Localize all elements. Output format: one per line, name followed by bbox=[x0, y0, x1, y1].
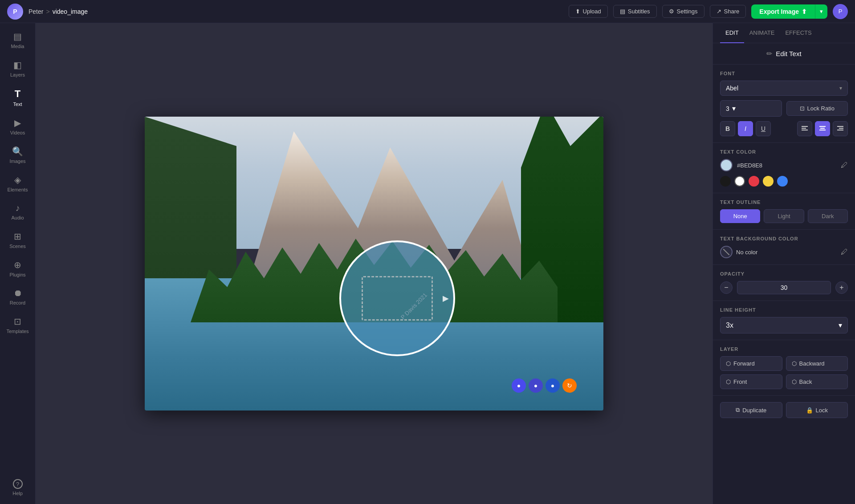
sidebar-item-label: Media bbox=[11, 44, 24, 49]
edit-text-header[interactable]: ✏ Edit Text bbox=[713, 43, 855, 65]
no-color-swatch[interactable] bbox=[720, 246, 733, 258]
eyedropper-button[interactable]: 🖊 bbox=[841, 161, 848, 169]
text-color-swatch[interactable] bbox=[720, 159, 733, 171]
sidebar-item-images[interactable]: 🔍 Images bbox=[2, 142, 33, 168]
outline-none-button[interactable]: None bbox=[720, 209, 760, 223]
preset-white[interactable] bbox=[734, 176, 745, 187]
canvas-background: ▶ P Davis 2021 ● ● ● ↻ bbox=[145, 117, 603, 411]
help-icon: ? bbox=[13, 479, 23, 489]
breadcrumb-project[interactable]: video_image bbox=[53, 8, 88, 15]
share-icon: ↗ bbox=[717, 8, 721, 15]
right-arrow-handle[interactable]: ▶ bbox=[443, 293, 449, 303]
layer-front-button[interactable]: ⬡ Front bbox=[720, 374, 782, 389]
top-navigation: P Peter > video_image ⬆ Upload ▤ Subtitl… bbox=[0, 0, 855, 23]
sidebar-item-layers[interactable]: ◧ Layers bbox=[2, 55, 33, 82]
opacity-label: OPACITY bbox=[720, 271, 848, 276]
circle-overlay[interactable]: ▶ P Davis 2021 bbox=[339, 240, 455, 356]
underline-button[interactable]: U bbox=[756, 121, 771, 136]
sidebar-item-scenes[interactable]: ⊞ Scenes bbox=[2, 227, 33, 253]
user-avatar[interactable]: P bbox=[833, 4, 848, 19]
float-button-3[interactable]: ● bbox=[546, 378, 560, 393]
opacity-increase-button[interactable]: + bbox=[835, 281, 848, 294]
text-bg-section: TEXT BACKGROUND COLOR No color 🖊 bbox=[713, 230, 855, 265]
panel-tabs: EDIT ANIMATE EFFECTS bbox=[713, 23, 855, 43]
lock-ratio-button[interactable]: ⊡ Lock Ratio bbox=[786, 101, 848, 116]
sidebar-item-templates[interactable]: ⊡ Templates bbox=[2, 312, 33, 338]
text-color-label: TEXT COLOR bbox=[720, 149, 848, 154]
backward-icon: ⬡ bbox=[792, 360, 797, 367]
opacity-value-display[interactable]: 30 bbox=[737, 281, 831, 294]
text-bg-label: TEXT BACKGROUND COLOR bbox=[720, 236, 848, 241]
sidebar-item-label: Help bbox=[12, 491, 23, 496]
float-button-4[interactable]: ↻ bbox=[562, 378, 577, 393]
front-icon: ⬡ bbox=[726, 378, 731, 385]
font-selector[interactable]: Abel bbox=[720, 81, 848, 96]
font-size-selector[interactable]: 3 bbox=[720, 100, 782, 117]
line-height-selector[interactable]: 3x bbox=[720, 317, 848, 333]
upload-button[interactable]: ⬆ Upload bbox=[569, 5, 608, 18]
align-right-button[interactable] bbox=[833, 121, 848, 136]
svg-rect-6 bbox=[819, 130, 826, 130]
subtitles-button[interactable]: ▤ Subtitles bbox=[613, 5, 657, 18]
italic-button[interactable]: I bbox=[738, 121, 753, 136]
align-left-button[interactable] bbox=[797, 121, 812, 136]
layer-forward-button[interactable]: ⬡ Forward bbox=[720, 356, 782, 371]
color-hex-value: #BED8E8 bbox=[737, 162, 836, 169]
outline-options-row: None Light Dark bbox=[720, 209, 848, 223]
sidebar-item-help[interactable]: ? Help bbox=[2, 475, 33, 500]
sidebar-item-label: Audio bbox=[11, 215, 24, 220]
svg-rect-8 bbox=[837, 126, 843, 127]
bg-eyedropper-button[interactable]: 🖊 bbox=[841, 248, 848, 256]
export-main-button[interactable]: Export Image ⬆ bbox=[751, 4, 815, 19]
bottom-actions: ⧉ Duplicate 🔒 Lock bbox=[713, 396, 855, 424]
upload-icon: ⬆ bbox=[575, 8, 580, 15]
sidebar-item-audio[interactable]: ♪ Audio bbox=[2, 199, 33, 225]
breadcrumb-user[interactable]: Peter bbox=[28, 8, 43, 15]
preset-blue[interactable] bbox=[777, 176, 788, 187]
sidebar-item-record[interactable]: ⏺ Record bbox=[2, 284, 33, 310]
settings-icon: ⚙ bbox=[669, 8, 674, 15]
lock-button[interactable]: 🔒 Lock bbox=[786, 402, 848, 418]
opacity-decrease-button[interactable]: − bbox=[720, 281, 733, 294]
export-dropdown-button[interactable]: ▾ bbox=[815, 4, 827, 19]
sidebar-item-elements[interactable]: ◈ Elements bbox=[2, 170, 33, 197]
line-height-arrow bbox=[839, 321, 842, 329]
tab-animate[interactable]: ANIMATE bbox=[744, 23, 780, 43]
preset-red[interactable] bbox=[749, 176, 759, 187]
layer-backward-button[interactable]: ⬡ Backward bbox=[786, 356, 848, 371]
app-logo: P bbox=[7, 4, 23, 20]
sidebar-item-label: Text bbox=[13, 102, 22, 107]
tab-edit[interactable]: EDIT bbox=[720, 23, 744, 43]
videos-icon: ▶ bbox=[14, 118, 21, 128]
bold-button[interactable]: B bbox=[720, 121, 735, 136]
align-center-button[interactable] bbox=[815, 121, 830, 136]
chevron-down-icon: ▾ bbox=[820, 8, 823, 15]
sidebar-item-media[interactable]: ▤ Media bbox=[2, 27, 33, 53]
main-content: ▤ Media ◧ Layers T Text ▶ Videos 🔍 Image… bbox=[0, 23, 855, 504]
float-button-1[interactable]: ● bbox=[512, 378, 526, 393]
share-button[interactable]: ↗ Share bbox=[710, 5, 746, 18]
sidebar-item-videos[interactable]: ▶ Videos bbox=[2, 113, 33, 140]
preset-black[interactable] bbox=[720, 176, 731, 187]
svg-line-12 bbox=[723, 249, 729, 255]
layer-section: LAYER ⬡ Forward ⬡ Backward ⬡ Front ⬡ Bac… bbox=[713, 340, 855, 396]
preset-yellow[interactable] bbox=[763, 176, 774, 187]
sidebar-item-label: Layers bbox=[10, 72, 25, 77]
top-nav-actions: ⬆ Upload ▤ Subtitles ⚙ Settings ↗ Share … bbox=[569, 4, 848, 19]
color-presets-row bbox=[720, 176, 848, 187]
sidebar-item-text[interactable]: T Text bbox=[2, 84, 33, 111]
outline-light-button[interactable]: Light bbox=[764, 209, 804, 223]
sidebar-item-plugins[interactable]: ⊕ Plugins bbox=[2, 255, 33, 282]
settings-button[interactable]: ⚙ Settings bbox=[662, 5, 704, 18]
layer-back-button[interactable]: ⬡ Back bbox=[786, 374, 848, 389]
canvas-container[interactable]: ▶ P Davis 2021 ● ● ● ↻ bbox=[145, 117, 603, 411]
breadcrumb: Peter > video_image bbox=[28, 8, 88, 15]
outline-dark-button[interactable]: Dark bbox=[808, 209, 848, 223]
duplicate-button[interactable]: ⧉ Duplicate bbox=[720, 402, 782, 418]
scenes-icon: ⊞ bbox=[14, 231, 21, 242]
sidebar-item-label: Elements bbox=[8, 187, 28, 192]
tab-effects[interactable]: EFFECTS bbox=[780, 23, 817, 43]
float-button-2[interactable]: ● bbox=[529, 378, 543, 393]
line-height-label: LINE HEIGHT bbox=[720, 307, 848, 313]
sidebar-item-label: Scenes bbox=[9, 244, 26, 249]
